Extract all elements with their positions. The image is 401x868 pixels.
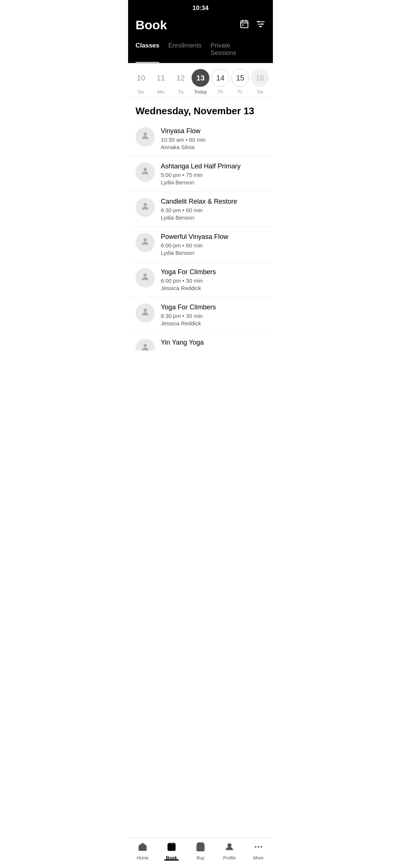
- class-time: 6:30 pm • 30 min: [161, 313, 265, 319]
- date-picker: 10 Su 11 Mo 12 Tu 13 Today 14 Th 15 Fr: [128, 63, 273, 98]
- avatar: [136, 162, 155, 182]
- table-row[interactable]: Candlelit Relax & Restore 6:30 pm • 60 m…: [128, 192, 273, 227]
- tab-enrollments[interactable]: Enrollments: [168, 38, 202, 63]
- class-info: Candlelit Relax & Restore 6:30 pm • 60 m…: [161, 198, 265, 221]
- class-instructor: Annaka Silvia: [161, 144, 265, 150]
- header: Book: [128, 14, 273, 38]
- date-item-13[interactable]: 13 Today: [192, 69, 209, 95]
- day-label-fr: Fr: [238, 89, 242, 95]
- class-info: Yin Yang Yoga: [161, 339, 265, 348]
- calendar-icon[interactable]: [239, 19, 249, 31]
- date-circle-15: 15: [231, 69, 249, 87]
- date-item-16[interactable]: 16 Sa: [251, 69, 269, 95]
- date-circle-10: 10: [132, 69, 150, 87]
- class-instructor: Jessica Reddick: [161, 285, 265, 291]
- date-item-14[interactable]: 14 Th: [211, 69, 229, 95]
- avatar: [136, 268, 155, 287]
- tab-bar: Classes Enrollments Private Sessions: [128, 38, 273, 63]
- svg-point-14: [144, 238, 147, 241]
- person-icon: [140, 307, 150, 319]
- class-info: Yoga For Climbers 6:00 pm • 30 min Jessi…: [161, 268, 265, 291]
- page-title: Book: [136, 18, 167, 32]
- class-info: Yoga For Climbers 6:30 pm • 30 min Jessi…: [161, 303, 265, 326]
- date-heading: Wednesday, November 13: [128, 98, 273, 121]
- class-time: 5:00 pm • 75 min: [161, 172, 265, 178]
- class-instructor: Lydia Benson: [161, 179, 265, 185]
- day-label-today: Today: [194, 89, 207, 95]
- svg-point-8: [258, 21, 259, 22]
- person-icon: [140, 237, 150, 249]
- svg-rect-4: [242, 24, 244, 26]
- date-item-12[interactable]: 12 Tu: [172, 69, 190, 95]
- table-row[interactable]: Yin Yang Yoga: [128, 333, 273, 351]
- svg-point-17: [144, 344, 147, 347]
- table-row[interactable]: Ashtanga Led Half Primary 5:00 pm • 75 m…: [128, 157, 273, 192]
- day-label-tu: Tu: [178, 89, 183, 95]
- status-bar: 10:34: [128, 0, 273, 14]
- table-row[interactable]: Vinyasa Flow 10:30 am • 60 min Annaka Si…: [128, 121, 273, 157]
- date-item-15[interactable]: 15 Fr: [231, 69, 249, 95]
- date-item-11[interactable]: 11 Mo: [152, 69, 170, 95]
- day-label-su: Su: [138, 89, 144, 95]
- class-list: Vinyasa Flow 10:30 am • 60 min Annaka Si…: [128, 121, 273, 351]
- filter-icon[interactable]: [256, 19, 265, 31]
- class-info: Powerful Vinyasa Flow 6:00 pm • 60 min L…: [161, 233, 265, 256]
- table-row[interactable]: Yoga For Climbers 6:30 pm • 30 min Jessi…: [128, 297, 273, 333]
- avatar: [136, 339, 155, 351]
- person-icon: [140, 166, 150, 178]
- status-time: 10:34: [192, 4, 208, 11]
- class-time: 10:30 am • 60 min: [161, 137, 265, 143]
- class-name: Yoga For Climbers: [161, 303, 265, 311]
- date-circle-16: 16: [251, 69, 269, 87]
- avatar: [136, 127, 155, 147]
- class-name: Ashtanga Led Half Primary: [161, 162, 265, 170]
- class-info: Ashtanga Led Half Primary 5:00 pm • 75 m…: [161, 162, 265, 185]
- class-time: 6:30 pm • 60 min: [161, 207, 265, 213]
- person-icon: [140, 131, 150, 143]
- class-instructor: Jessica Reddick: [161, 320, 265, 326]
- day-label-mo: Mo: [157, 89, 164, 95]
- svg-point-11: [144, 132, 147, 136]
- tab-private-sessions[interactable]: Private Sessions: [211, 38, 257, 63]
- date-circle-11: 11: [152, 69, 170, 87]
- avatar: [136, 233, 155, 252]
- table-row[interactable]: Yoga For Climbers 6:00 pm • 30 min Jessi…: [128, 262, 273, 297]
- svg-point-9: [262, 23, 263, 24]
- date-circle-12: 12: [172, 69, 190, 87]
- class-info: Vinyasa Flow 10:30 am • 60 min Annaka Si…: [161, 127, 265, 150]
- person-icon: [140, 272, 150, 284]
- svg-rect-0: [241, 21, 248, 27]
- date-circle-13-today: 13: [192, 69, 209, 87]
- date-circle-14: 14: [211, 69, 229, 87]
- svg-point-10: [260, 26, 261, 27]
- person-icon: [140, 201, 150, 213]
- date-item-10[interactable]: 10 Su: [132, 69, 150, 95]
- svg-point-15: [144, 273, 147, 277]
- class-instructor: Lydia Benson: [161, 250, 265, 256]
- class-instructor: Lydia Benson: [161, 214, 265, 221]
- svg-point-16: [144, 309, 147, 312]
- svg-point-12: [144, 168, 147, 171]
- avatar: [136, 303, 155, 323]
- person-icon: [140, 342, 150, 351]
- svg-point-13: [144, 203, 147, 206]
- tab-classes[interactable]: Classes: [136, 38, 159, 63]
- class-time: 6:00 pm • 60 min: [161, 242, 265, 249]
- class-time: 6:00 pm • 30 min: [161, 277, 265, 284]
- class-name: Yin Yang Yoga: [161, 339, 265, 346]
- table-row[interactable]: Powerful Vinyasa Flow 6:00 pm • 60 min L…: [128, 227, 273, 262]
- class-name: Powerful Vinyasa Flow: [161, 233, 265, 241]
- day-label-th: Th: [218, 89, 223, 95]
- class-name: Vinyasa Flow: [161, 127, 265, 135]
- avatar: [136, 198, 155, 217]
- day-label-sa: Sa: [257, 89, 263, 95]
- header-actions: [239, 19, 265, 31]
- class-name: Candlelit Relax & Restore: [161, 198, 265, 206]
- class-name: Yoga For Climbers: [161, 268, 265, 276]
